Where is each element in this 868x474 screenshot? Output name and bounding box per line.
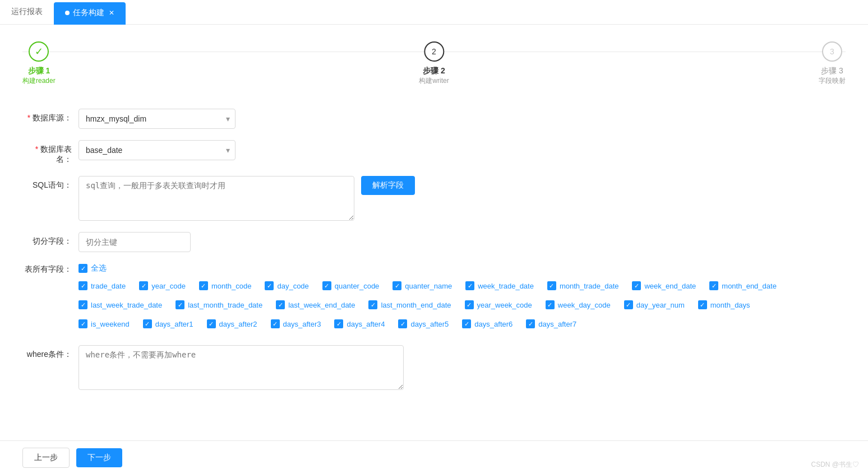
parse-fields-button[interactable]: 解析字段 xyxy=(361,176,415,195)
field-checkbox[interactable]: ✓ xyxy=(143,319,152,328)
db-table-row: * 数据库表名： base_date ▾ xyxy=(22,140,846,165)
field-name-label: is_weekend xyxy=(91,320,130,328)
field-item[interactable]: ✓quanter_code xyxy=(322,281,380,290)
tab-close-icon[interactable]: ✕ xyxy=(109,9,114,17)
field-item[interactable]: ✓week_end_date xyxy=(632,281,696,290)
split-field-control xyxy=(79,232,415,252)
field-item[interactable]: ✓days_after6 xyxy=(462,319,513,328)
field-item[interactable]: ✓days_after1 xyxy=(143,319,193,328)
fields-section: ✓ 全选 ✓trade_date✓year_code✓month_code✓da… xyxy=(79,263,807,334)
fields-label: 表所有字段： xyxy=(22,263,79,275)
field-item[interactable]: ✓day_year_num xyxy=(624,300,685,309)
field-item[interactable]: ✓days_after4 xyxy=(334,319,385,328)
field-checkbox[interactable]: ✓ xyxy=(465,281,474,290)
field-item[interactable]: ✓month_end_date xyxy=(709,281,777,290)
db-table-label: * 数据库表名： xyxy=(22,140,79,165)
field-checkbox[interactable]: ✓ xyxy=(176,300,184,309)
main-content: ✓ 步骤 1 构建reader 2 步骤 2 构建writer 3 步骤 3 字… xyxy=(0,25,868,420)
field-name-label: year_code xyxy=(151,282,186,290)
field-item[interactable]: ✓last_month_end_date xyxy=(368,300,451,309)
field-checkbox[interactable]: ✓ xyxy=(79,281,87,290)
field-item[interactable]: ✓days_after2 xyxy=(207,319,257,328)
field-checkbox[interactable]: ✓ xyxy=(271,319,280,328)
field-item[interactable]: ✓quanter_name xyxy=(393,281,452,290)
where-textarea[interactable] xyxy=(79,345,404,390)
field-name-label: quanter_code xyxy=(335,282,380,290)
field-name-label: month_end_date xyxy=(722,282,777,290)
field-name-label: month_code xyxy=(211,282,252,290)
field-checkbox[interactable]: ✓ xyxy=(334,319,343,328)
db-source-select[interactable]: hmzx_mysql_dim xyxy=(79,109,236,129)
sql-row: SQL语句： 解析字段 xyxy=(22,176,846,221)
step-2-subtitle: 构建writer xyxy=(419,76,449,86)
tab-task[interactable]: 任务构建 ✕ xyxy=(54,2,126,25)
field-checkbox[interactable]: ✓ xyxy=(547,281,556,290)
field-checkbox[interactable]: ✓ xyxy=(398,319,407,328)
field-name-label: week_end_date xyxy=(644,282,696,290)
field-checkbox[interactable]: ✓ xyxy=(465,300,474,309)
field-checkbox[interactable]: ✓ xyxy=(624,300,633,309)
field-item[interactable]: ✓day_code xyxy=(265,281,308,290)
field-item[interactable]: ✓trade_date xyxy=(79,281,126,290)
field-checkbox[interactable]: ✓ xyxy=(79,300,87,309)
field-item[interactable]: ✓week_trade_date xyxy=(465,281,534,290)
field-checkbox[interactable]: ✓ xyxy=(207,319,216,328)
sql-control: 解析字段 xyxy=(79,176,415,221)
field-checkbox[interactable]: ✓ xyxy=(276,300,285,309)
field-item[interactable]: ✓month_code xyxy=(199,281,252,290)
field-checkbox[interactable]: ✓ xyxy=(265,281,274,290)
field-checkbox[interactable]: ✓ xyxy=(462,319,471,328)
field-item[interactable]: ✓last_week_end_date xyxy=(276,300,355,309)
where-label: where条件： xyxy=(22,345,79,360)
step-3-title: 步骤 3 xyxy=(821,66,843,76)
select-all-checkbox-label[interactable]: ✓ 全选 xyxy=(79,263,107,273)
field-item[interactable]: ✓week_day_code xyxy=(546,300,611,309)
sql-textarea[interactable] xyxy=(79,176,354,221)
field-item[interactable]: ✓year_code xyxy=(139,281,186,290)
field-item[interactable]: ✓days_after7 xyxy=(526,319,576,328)
field-checkbox[interactable]: ✓ xyxy=(709,281,718,290)
step-2: 2 步骤 2 构建writer xyxy=(419,41,449,86)
select-all-checkbox[interactable]: ✓ xyxy=(79,264,87,273)
where-row: where条件： xyxy=(22,345,846,392)
field-name-label: last_month_trade_date xyxy=(188,301,262,309)
split-field-input[interactable] xyxy=(79,232,191,252)
db-source-control: hmzx_mysql_dim ▾ xyxy=(79,109,415,129)
step-2-title: 步骤 2 xyxy=(423,66,445,76)
field-item[interactable]: ✓last_week_trade_date xyxy=(79,300,162,309)
fields-row: 表所有字段： ✓ 全选 ✓trade_date✓year_code✓month_… xyxy=(22,263,846,334)
field-name-label: days_after5 xyxy=(410,320,449,328)
field-name-label: days_after4 xyxy=(347,320,385,328)
field-checkbox[interactable]: ✓ xyxy=(393,281,401,290)
select-all-label: 全选 xyxy=(91,263,107,273)
split-field-label: 切分字段： xyxy=(22,232,79,247)
field-name-label: week_trade_date xyxy=(478,282,534,290)
field-name-label: last_month_end_date xyxy=(381,301,451,309)
step-1: ✓ 步骤 1 构建reader xyxy=(22,41,56,86)
field-checkbox[interactable]: ✓ xyxy=(322,281,331,290)
field-checkbox[interactable]: ✓ xyxy=(632,281,641,290)
field-name-label: days_after2 xyxy=(219,320,257,328)
field-name-label: month_trade_date xyxy=(560,282,619,290)
field-checkbox[interactable]: ✓ xyxy=(698,300,707,309)
tab-report[interactable]: 运行报表 xyxy=(0,0,54,25)
select-all-row: ✓ 全选 xyxy=(79,263,807,273)
field-item[interactable]: ✓days_after5 xyxy=(398,319,449,328)
field-checkbox[interactable]: ✓ xyxy=(368,300,377,309)
field-item[interactable]: ✓days_after3 xyxy=(271,319,321,328)
field-item[interactable]: ✓year_week_code xyxy=(465,300,532,309)
field-checkbox[interactable]: ✓ xyxy=(139,281,148,290)
db-table-select[interactable]: base_date xyxy=(79,140,236,160)
field-checkbox[interactable]: ✓ xyxy=(79,319,87,328)
field-name-label: days_after7 xyxy=(538,320,576,328)
tab-dot xyxy=(65,11,70,15)
field-item[interactable]: ✓is_weekend xyxy=(79,319,130,328)
db-source-row: * 数据库源： hmzx_mysql_dim ▾ xyxy=(22,109,846,129)
field-item[interactable]: ✓month_trade_date xyxy=(547,281,619,290)
db-source-select-wrapper: hmzx_mysql_dim ▾ xyxy=(79,109,236,129)
field-checkbox[interactable]: ✓ xyxy=(199,281,208,290)
field-checkbox[interactable]: ✓ xyxy=(526,319,535,328)
field-checkbox[interactable]: ✓ xyxy=(546,300,555,309)
field-item[interactable]: ✓month_days xyxy=(698,300,750,309)
field-item[interactable]: ✓last_month_trade_date xyxy=(176,300,262,309)
